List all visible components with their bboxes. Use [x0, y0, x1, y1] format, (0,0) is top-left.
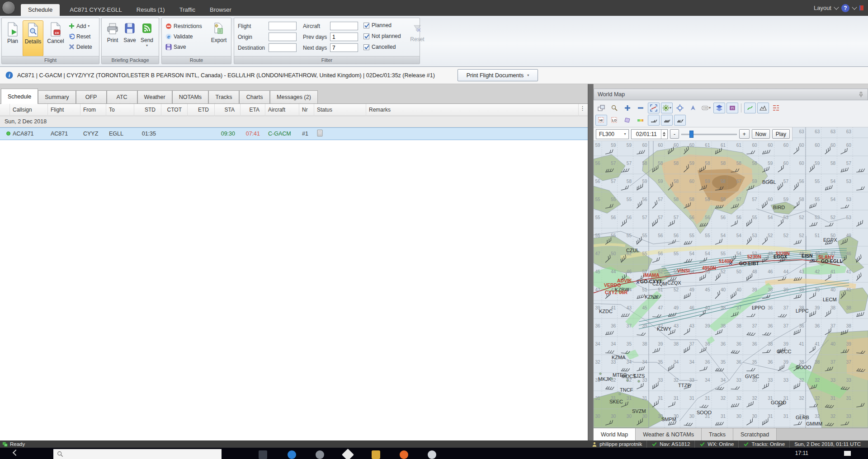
wind-barbs-low-button[interactable] [648, 115, 660, 126]
tab-atc[interactable]: ATC [107, 90, 137, 103]
sigwx-levels-button[interactable] [770, 103, 782, 113]
column-header-callsign[interactable]: Callsign [10, 104, 48, 116]
tab-notams[interactable]: NOTAMs [172, 90, 208, 103]
column-header-sta[interactable]: STA [215, 104, 241, 116]
taskbar-app-icon[interactable] [372, 450, 380, 459]
column-header-flight[interactable]: Flight [48, 104, 80, 116]
panel-layout-button[interactable] [595, 103, 607, 113]
restrictions-button[interactable]: Restrictions [165, 22, 202, 30]
app-tab-ac871-cyyz-egll[interactable]: AC871 CYYZ-EGLL [62, 4, 129, 16]
time-step-forward-button[interactable]: + [739, 129, 750, 139]
column-header-remarks[interactable]: Remarks [366, 104, 579, 116]
details-button[interactable]: Details [23, 20, 43, 56]
destination-filter-input[interactable] [269, 43, 297, 52]
print-flight-documents-button[interactable]: Print Flight Documents▾ [458, 69, 538, 81]
tab-schedule[interactable]: Schedule [1, 89, 38, 104]
time-slider[interactable] [681, 130, 737, 139]
column-header-etd[interactable]: ETD [188, 104, 215, 116]
turbulence-scale-button[interactable] [635, 115, 646, 126]
help-button[interactable]: ? [841, 4, 849, 12]
tab-messages-2[interactable]: Messages (2) [270, 90, 318, 103]
reset-button[interactable]: Reset [69, 32, 90, 41]
plan-button[interactable]: Plan [4, 20, 22, 56]
checkbox-not-planned[interactable]: Not planned [363, 33, 401, 39]
next-days-input[interactable] [330, 43, 358, 52]
taskbar-app-icon[interactable] [316, 450, 324, 459]
checkbox-planned[interactable]: Planned [363, 22, 392, 28]
wx-status[interactable]: WX: Online [694, 440, 738, 448]
now-button[interactable]: Now [752, 129, 770, 139]
prev-days-input[interactable] [330, 33, 358, 41]
column-header-to[interactable]: To [106, 104, 134, 116]
tab-weather[interactable]: Weather [137, 90, 172, 103]
column-options-button[interactable]: ⋮ [580, 105, 586, 112]
tab-summary[interactable]: Summary [38, 90, 75, 103]
world-map-canvas[interactable]: 6363636363595959606060606161616060606060… [594, 127, 868, 428]
column-header-eta[interactable]: ETA [241, 104, 265, 116]
tab-tracks[interactable]: Tracks [208, 90, 239, 103]
checkbox-cancelled[interactable]: Cancelled [363, 44, 396, 50]
nav-status[interactable]: Nav: AS1812 [646, 440, 694, 448]
route-display-button[interactable] [744, 103, 756, 113]
save-route-button[interactable]: Save [165, 42, 186, 51]
column-header-nr[interactable]: Nr [299, 104, 314, 116]
column-header-ind[interactable] [0, 104, 10, 116]
layout-chevron-icon[interactable] [834, 5, 839, 9]
app-tab-schedule[interactable]: Schedule [21, 4, 60, 16]
map-tab-scratchpad[interactable]: Scratchpad [733, 428, 777, 440]
taskbar-app-icon[interactable] [428, 450, 436, 459]
column-header-ctot[interactable]: CTOT [161, 104, 188, 116]
tab-charts[interactable]: Charts [239, 90, 270, 103]
print-button[interactable]: Print [104, 20, 121, 56]
zoom-search-button[interactable] [609, 103, 620, 113]
taskbar-search-box[interactable] [53, 449, 222, 459]
pressure-lo-button[interactable]: LO [609, 115, 620, 126]
taskbar-app-icon[interactable] [342, 449, 354, 459]
time-step-back-button[interactable]: - [670, 129, 679, 139]
aircraft-filter-input[interactable] [330, 22, 358, 30]
label-overlay-button[interactable]: Π [726, 103, 738, 113]
origin-filter-input[interactable] [269, 33, 297, 41]
map-layers-button[interactable] [713, 103, 725, 113]
delete-button[interactable]: Delete [69, 42, 92, 51]
column-header-std[interactable]: STD [134, 104, 161, 116]
map-tab-world-map[interactable]: World Map [594, 428, 636, 440]
column-header-status[interactable]: Status [314, 104, 366, 116]
wind-barbs-high-button[interactable] [674, 115, 686, 126]
aircraft-symbol-button[interactable] [687, 103, 699, 113]
app-tab-results-1[interactable]: Results (1) [129, 4, 172, 16]
tracks-status[interactable]: Tracks: Online [738, 440, 789, 448]
send-button[interactable]: Send▾ [139, 20, 155, 56]
tab-ofp[interactable]: OFP [76, 90, 107, 103]
validate-button[interactable]: e Validate [165, 32, 193, 41]
cancel-button[interactable]: cx Cancel [45, 20, 66, 56]
map-settings-button[interactable]: ▾ [661, 103, 673, 113]
table-row[interactable]: ACA871AC871CYYZEGLL01:3509:3007:41C-GACM… [0, 127, 588, 140]
zoom-to-route-button[interactable] [648, 103, 660, 113]
pane-splitter[interactable] [588, 84, 594, 440]
flight-level-select[interactable]: FL300▾ [596, 129, 629, 139]
filter-reset-button[interactable]: Reset [407, 22, 427, 56]
time-spinner[interactable]: 02/01:11 [631, 129, 668, 139]
export-button[interactable]: Export [209, 20, 229, 56]
more-options-button[interactable]: ▾ [700, 103, 712, 113]
zoom-in-button[interactable] [622, 103, 633, 113]
date-group-row[interactable]: Sun, 2 Dec 2018 [0, 116, 588, 127]
map-tab-weather-notams[interactable]: Weather & NOTAMs [636, 428, 702, 440]
area-polygon-button[interactable] [622, 115, 633, 126]
app-tab-traffic[interactable]: Traffic [172, 4, 203, 16]
pressure-hi-button[interactable]: HI [595, 115, 607, 126]
notification-icon[interactable] [844, 451, 851, 456]
flight-filter-input[interactable] [269, 22, 297, 30]
taskbar-back-icon[interactable] [13, 450, 19, 456]
pin-icon[interactable] [858, 92, 864, 98]
play-button[interactable]: Play [772, 129, 790, 139]
center-route-button[interactable] [674, 103, 686, 113]
help-chevron-icon[interactable] [852, 5, 857, 9]
zoom-out-button[interactable] [635, 103, 646, 113]
app-logo-icon[interactable] [2, 1, 15, 14]
wind-barbs-mid-button[interactable] [661, 115, 673, 126]
terrain-profile-button[interactable] [757, 103, 769, 113]
task-view-icon[interactable] [259, 450, 267, 459]
column-header-aircraft[interactable]: Aircraft [265, 104, 299, 116]
